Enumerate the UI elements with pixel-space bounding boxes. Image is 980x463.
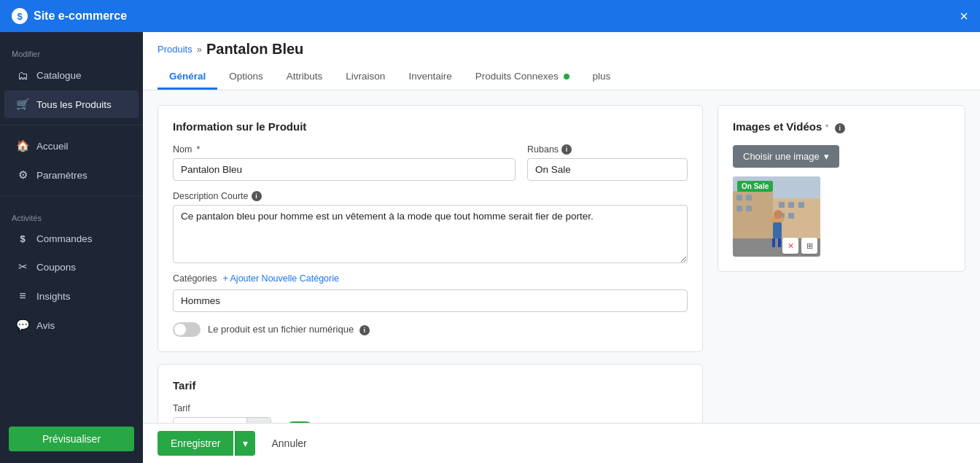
svg-rect-5 [736,206,742,211]
breadcrumb-parent[interactable]: Produits [158,44,192,55]
left-column: Information sur le Produit Nom * Rubans [158,105,703,455]
images-card-title: Images et Vidéos * i [733,120,950,133]
app-logo-icon: $ [12,8,28,24]
nom-group: Nom * [173,144,516,181]
catalogue-icon: 🗂 [16,69,29,82]
tab-attributs[interactable]: Attributs [275,65,335,90]
sidebar: Modifier 🗂 Catalogue 🛒 Tous les Produits… [0,32,143,463]
save-button[interactable]: Enregistrer [158,431,233,456]
produits-connexes-dot [564,74,569,79]
digital-toggle-row: Le produit est un fichier numérique i [173,322,688,337]
insights-icon: ≡ [16,289,29,303]
product-image-container: On Sale ✕ ⊞ [733,176,820,257]
add-category-link[interactable]: + Ajouter Nouvelle Catégorie [222,273,338,284]
description-input[interactable]: Ce pantalon bleu pour homme est un vêtem… [173,205,688,263]
tarif-card-title: Tarif [173,379,688,392]
category-select-group: Hommes [173,289,688,312]
sidebar-item-label: Avis [36,320,55,331]
digital-label: Le produit est un fichier numérique i [208,324,370,335]
svg-point-17 [774,210,782,219]
commandes-icon: $ [16,233,29,244]
svg-rect-16 [778,238,781,247]
tab-plus[interactable]: plus [581,65,623,90]
description-group: Description Courte i Ce pantalon bleu po… [173,191,688,263]
svg-rect-6 [746,206,752,211]
tab-livraison[interactable]: Livraison [334,65,397,90]
rubans-label: Rubans i [527,144,688,155]
sidebar-item-insights[interactable]: ≡ Insights [4,282,139,310]
sidebar-item-coupons[interactable]: ✂ Coupons [4,253,139,281]
sidebar-item-parametres[interactable]: ⚙ Paramètres [4,161,139,189]
digital-info-icon: i [359,325,370,335]
sidebar-item-label: Coupons [36,262,76,273]
description-info-icon: i [252,191,262,201]
categories-header: Catégories + Ajouter Nouvelle Catégorie [173,273,688,284]
close-button[interactable]: × [960,9,968,23]
chevron-down-icon: ▾ [824,151,829,162]
right-column: Images et Vidéos * i Choisir une image ▾ [718,105,965,455]
svg-rect-9 [798,202,804,208]
delete-image-button[interactable]: ✕ [782,238,798,254]
sidebar-item-label: Tous les Produits [36,99,112,110]
tab-general[interactable]: Général [158,65,217,90]
avis-icon: 💬 [16,319,29,332]
cart-icon: 🛒 [16,98,29,111]
app-title: Site e-commerce [34,9,127,23]
action-bar: Enregistrer ▾ Annuler [143,423,980,463]
breadcrumb-current: Pantalon Bleu [206,41,303,58]
sidebar-item-tous-produits[interactable]: 🛒 Tous les Produits [4,90,139,118]
main-layout: Modifier 🗂 Catalogue 🛒 Tous les Produits… [0,32,980,463]
category-select[interactable]: Hommes [173,289,688,312]
svg-rect-14 [773,222,782,238]
breadcrumb-separator: » [197,44,202,55]
nom-input[interactable] [173,158,516,181]
sidebar-item-accueil[interactable]: 🏠 Accueil [4,132,139,160]
choose-image-button[interactable]: Choisir une image ▾ [733,145,839,168]
rubans-info-icon: i [561,144,572,155]
sidebar-item-label: Commandes [36,233,93,244]
sidebar-item-label: Insights [36,291,71,302]
tab-produits-connexes[interactable]: Produits Connexes [464,65,581,90]
svg-rect-3 [736,195,742,201]
chevron-down-icon: ▾ [243,437,248,449]
product-info-card: Information sur le Produit Nom * Rubans [158,105,703,352]
description-label: Description Courte i [173,191,688,201]
preview-button[interactable]: Prévisualiser [9,427,134,451]
svg-rect-15 [772,238,775,247]
sidebar-item-avis[interactable]: 💬 Avis [4,311,139,339]
modifier-label: Modifier [0,38,143,61]
svg-rect-4 [746,195,752,201]
sidebar-item-label: Paramètres [36,170,88,181]
nom-label: Nom * [173,144,516,155]
sidebar-item-commandes[interactable]: $ Commandes [4,226,139,252]
app-title-group: $ Site e-commerce [12,8,127,24]
svg-rect-11 [788,213,794,219]
image-actions: ✕ ⊞ [782,238,817,254]
rubans-input[interactable] [527,158,688,181]
page-content: Information sur le Produit Nom * Rubans [143,90,980,463]
gear-icon: ⚙ [16,168,29,182]
svg-rect-7 [779,202,785,208]
sidebar-divider-2 [0,195,143,196]
cancel-button[interactable]: Annuler [261,431,316,456]
sidebar-divider-1 [0,125,143,125]
product-info-title: Information sur le Produit [173,120,688,133]
save-dropdown-button[interactable]: ▾ [235,431,255,456]
activites-label: Activités [0,202,143,225]
sidebar-item-label: Catalogue [36,70,82,81]
top-bar: $ Site e-commerce × [0,0,980,32]
coupons-icon: ✂ [16,260,29,273]
name-rubans-row: Nom * Rubans i [173,144,688,181]
digital-toggle[interactable] [173,322,201,337]
tab-options[interactable]: Options [217,65,275,90]
tab-inventaire[interactable]: Inventaire [397,65,463,90]
tabs-bar: Général Options Attributs Livraison Inve… [158,65,965,90]
move-image-button[interactable]: ⊞ [801,238,817,254]
home-icon: 🏠 [16,139,29,152]
rubans-group: Rubans i [527,144,688,181]
svg-rect-8 [788,202,794,208]
sidebar-item-catalogue[interactable]: 🗂 Catalogue [4,62,139,89]
content-area: Produits » Pantalon Bleu Général Options… [143,32,980,463]
breadcrumb-bar: Produits » Pantalon Bleu Général Options… [143,32,980,90]
images-card: Images et Vidéos * i Choisir une image ▾ [718,105,965,272]
